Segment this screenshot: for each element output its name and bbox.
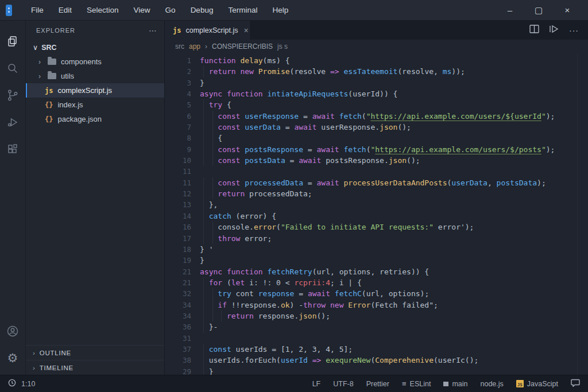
code-line[interactable]: 16 console.error("Failed to initiate API… bbox=[165, 222, 588, 232]
panel-label: OUTLINE bbox=[40, 350, 71, 356]
code-line[interactable]: 38 userIds.forEuch(userId => exequreNew(… bbox=[165, 355, 588, 366]
indent-guide bbox=[203, 311, 204, 321]
code-line[interactable]: 36 }- bbox=[165, 321, 588, 332]
code-line[interactable]: 34 return response.json(); bbox=[165, 311, 588, 321]
line-content: } bbox=[200, 255, 204, 266]
file-label: complexScript.js bbox=[57, 86, 112, 95]
line-number: 38 bbox=[165, 355, 191, 366]
code-line[interactable]: 11 const processedData = await processUs… bbox=[165, 177, 588, 188]
line-number: 13 bbox=[165, 199, 191, 210]
tree-root-src[interactable]: ∨ SRC bbox=[26, 40, 164, 55]
code-line[interactable]: 21 for (let i: !: 0 < rcprii:4; i | { bbox=[165, 277, 588, 288]
code-line[interactable]: 32 try cont response = await fetchC(url,… bbox=[165, 288, 588, 299]
tree-item-complexscript-js[interactable]: jscomplexScript.js bbox=[26, 83, 164, 98]
code-line[interactable]: 10 const postsData = await postsResponse… bbox=[165, 155, 588, 166]
code-line[interactable]: 8 { bbox=[165, 133, 588, 143]
tree-item-package-json[interactable]: {}package.json bbox=[26, 112, 164, 126]
tab-close-icon[interactable]: × bbox=[243, 26, 248, 35]
menu-help[interactable]: Help bbox=[265, 6, 296, 14]
code-line[interactable]: 29 } bbox=[165, 366, 588, 375]
explorer-icon[interactable] bbox=[0, 28, 26, 55]
line-content: if !!response.ok) -throw new Error(Fetch… bbox=[200, 300, 438, 311]
line-content: catch (error) { bbox=[200, 211, 276, 222]
explorer-more-icon[interactable]: ⋯ bbox=[149, 26, 157, 35]
tree-item-components[interactable]: ›components bbox=[26, 55, 164, 69]
status-main[interactable]: main bbox=[443, 380, 467, 388]
search-icon[interactable] bbox=[0, 55, 26, 81]
line-number: 31 bbox=[165, 333, 191, 344]
code-line[interactable]: 4async function intiateApiRequests(userI… bbox=[165, 88, 588, 99]
code-line[interactable]: 6 const userResponse = await fetch("http… bbox=[165, 111, 588, 122]
indent-guide bbox=[203, 122, 204, 133]
status-eslint[interactable]: ≡ESLint bbox=[402, 379, 431, 388]
settings-gear-icon[interactable]: ⚙ bbox=[0, 344, 26, 371]
tab-complexscript[interactable]: js complexScript.js × bbox=[165, 21, 251, 40]
line-number: 37 bbox=[165, 344, 191, 355]
tree-item-utils[interactable]: ›utils bbox=[26, 69, 164, 83]
breadcrumb-segment[interactable]: src bbox=[175, 42, 184, 51]
code-line[interactable]: 1function delay(ms) { bbox=[165, 55, 588, 66]
code-line[interactable]: 14 catch (error) { bbox=[165, 211, 588, 222]
code-line[interactable]: 37 const userIds = [1, 2, 3, 4, 5]; bbox=[165, 344, 588, 355]
code-line[interactable]: 31 bbox=[165, 333, 588, 344]
breadcrumb-segment[interactable]: js s bbox=[277, 42, 288, 51]
close-button[interactable]: × bbox=[559, 5, 575, 15]
status-feedback[interactable] bbox=[571, 379, 580, 389]
code-line[interactable]: 18} ' bbox=[165, 244, 588, 255]
run-file-icon[interactable] bbox=[549, 25, 559, 36]
cursor-position[interactable]: 1:10 bbox=[21, 380, 35, 388]
line-number: 36 bbox=[165, 321, 191, 332]
minimize-button[interactable]: – bbox=[502, 5, 518, 15]
panel-outline[interactable]: ›OUTLINE bbox=[26, 345, 164, 360]
code-line[interactable]: 12 return processedData; bbox=[165, 188, 588, 199]
status-utf-8[interactable]: UTF-8 bbox=[333, 380, 353, 388]
menu-view[interactable]: View bbox=[126, 6, 158, 14]
status-javascipt[interactable]: JSJavaScipt bbox=[516, 380, 558, 388]
status-left[interactable]: 1:10 bbox=[8, 379, 35, 389]
maximize-button[interactable]: ▢ bbox=[531, 5, 547, 15]
code-line[interactable]: 5 try { bbox=[165, 99, 588, 110]
editor-more-icon[interactable]: ··· bbox=[569, 26, 579, 35]
line-content: async function fetchRetry(url, options, … bbox=[200, 266, 429, 277]
code-line[interactable]: 9 const postsResponse = await fetch("htt… bbox=[165, 144, 588, 155]
status-lf[interactable]: LF bbox=[312, 380, 321, 388]
code-line[interactable]: 19} bbox=[165, 255, 588, 266]
code-line[interactable]: 11 bbox=[165, 166, 588, 177]
breadcrumb-segment[interactable]: › bbox=[205, 42, 207, 51]
code-line[interactable]: 21async function fetchRetry(url, options… bbox=[165, 266, 588, 277]
status-prettier[interactable]: Prettier bbox=[366, 380, 389, 388]
source-control-icon[interactable] bbox=[0, 81, 26, 108]
line-number: 14 bbox=[165, 211, 191, 222]
account-icon[interactable] bbox=[0, 317, 26, 344]
menu-edit[interactable]: Edit bbox=[51, 6, 79, 14]
line-content: const userIds = [1, 2, 3, 4, 5]; bbox=[200, 344, 353, 355]
menu-debug[interactable]: Debug bbox=[183, 6, 221, 14]
line-number: 34 bbox=[165, 300, 191, 311]
status-node-js[interactable]: node.js bbox=[480, 380, 503, 388]
code-area[interactable]: 1function delay(ms) {2 return new Promis… bbox=[165, 53, 588, 375]
code-line[interactable]: 7 const userData = await userResponse.js… bbox=[165, 122, 588, 133]
activity-bar-bottom: ⚙ bbox=[0, 317, 26, 375]
menu-terminal[interactable]: Terminal bbox=[220, 6, 265, 14]
code-line[interactable]: 34 if !!response.ok) -throw new Error(Fe… bbox=[165, 300, 588, 311]
menu-file[interactable]: File bbox=[24, 6, 51, 14]
code-line[interactable]: 2 return new Promise(resolve => essTatee… bbox=[165, 66, 588, 77]
breadcrumb-segment[interactable]: CONSPIEERCrIBIS bbox=[212, 42, 273, 51]
indent-guide bbox=[212, 122, 213, 133]
menu-go[interactable]: Go bbox=[158, 6, 183, 14]
indent-guide bbox=[212, 288, 213, 299]
panel-timeline[interactable]: ›TIMELINE bbox=[26, 360, 164, 375]
split-editor-icon[interactable] bbox=[529, 25, 539, 36]
tree-item-index-js[interactable]: {}index.js bbox=[26, 98, 164, 112]
code-line[interactable]: 13 }, bbox=[165, 199, 588, 210]
breadcrumb[interactable]: srcapp›CONSPIEERCrIBISjs s bbox=[165, 40, 588, 53]
folder-icon bbox=[48, 59, 56, 65]
extensions-icon[interactable] bbox=[0, 135, 26, 162]
code-line[interactable]: 17 throw error; bbox=[165, 233, 588, 244]
code-line[interactable]: 3} bbox=[165, 77, 588, 88]
run-debug-icon[interactable] bbox=[0, 108, 26, 135]
breadcrumb-segment[interactable]: app bbox=[189, 42, 200, 51]
line-number: 17 bbox=[165, 233, 191, 244]
menu-selection[interactable]: Selection bbox=[79, 6, 126, 14]
line-content: return processedData; bbox=[200, 188, 312, 199]
